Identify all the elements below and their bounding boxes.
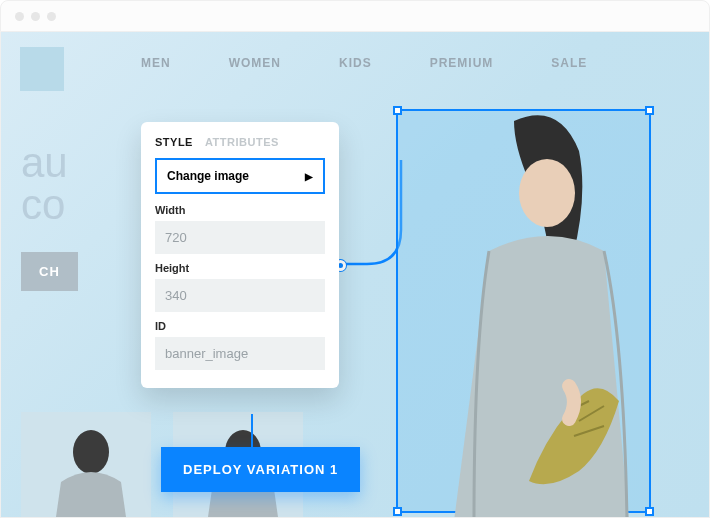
change-image-label: Change image xyxy=(167,169,249,183)
deploy-button[interactable]: DEPLOY VARIATION 1 xyxy=(161,447,360,492)
window-chrome xyxy=(0,0,710,32)
nav-kids[interactable]: KIDS xyxy=(339,56,372,70)
chevron-right-icon: ▶ xyxy=(305,171,313,182)
svg-point-2 xyxy=(519,159,575,227)
panel-tabs: STYLE ATTRIBUTES xyxy=(155,136,325,148)
hero-line-2: co xyxy=(21,184,68,226)
style-panel: STYLE ATTRIBUTES Change image ▶ Width He… xyxy=(141,122,339,388)
selected-image xyxy=(419,101,659,518)
nav-women[interactable]: WOMEN xyxy=(229,56,281,70)
logo-placeholder xyxy=(20,47,64,91)
resize-handle-top-left[interactable] xyxy=(393,106,402,115)
resize-handle-bottom-left[interactable] xyxy=(393,507,402,516)
top-nav: MEN WOMEN KIDS PREMIUM SALE xyxy=(141,56,587,70)
nav-men[interactable]: MEN xyxy=(141,56,171,70)
height-input[interactable] xyxy=(155,279,325,312)
height-label: Height xyxy=(155,262,325,274)
traffic-dot xyxy=(31,12,40,21)
tab-attributes[interactable]: ATTRIBUTES xyxy=(205,136,279,148)
traffic-dot xyxy=(47,12,56,21)
deploy-connector-line xyxy=(251,414,253,450)
svg-point-0 xyxy=(73,430,109,474)
nav-premium[interactable]: PREMIUM xyxy=(430,56,494,70)
product-thumb[interactable] xyxy=(21,412,151,518)
width-label: Width xyxy=(155,204,325,216)
hero-cta-button[interactable]: CH xyxy=(21,252,78,291)
id-input[interactable] xyxy=(155,337,325,370)
page-canvas: MEN WOMEN KIDS PREMIUM SALE au co CH xyxy=(0,32,710,518)
tab-style[interactable]: STYLE xyxy=(155,136,193,148)
hero-line-1: au xyxy=(21,142,68,184)
nav-sale[interactable]: SALE xyxy=(551,56,587,70)
id-label: ID xyxy=(155,320,325,332)
hero-headline: au co xyxy=(21,142,68,226)
width-input[interactable] xyxy=(155,221,325,254)
change-image-button[interactable]: Change image ▶ xyxy=(155,158,325,194)
traffic-dot xyxy=(15,12,24,21)
selection-frame[interactable] xyxy=(396,109,651,513)
